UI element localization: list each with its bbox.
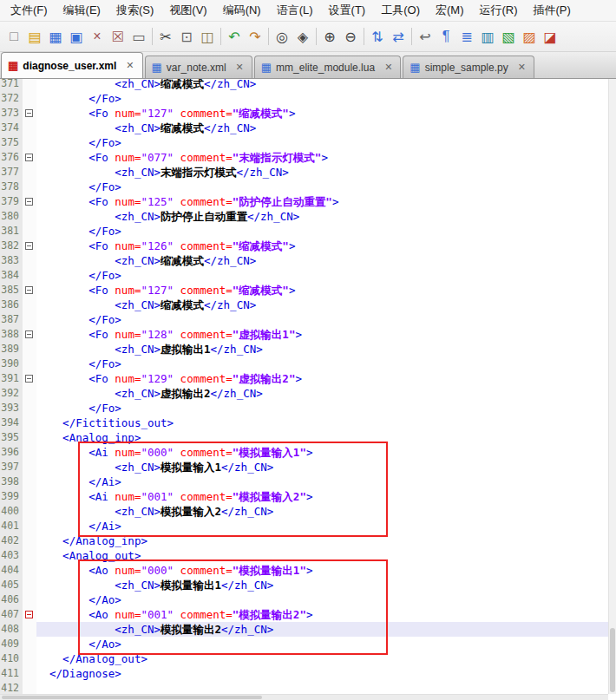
indent-guide-icon[interactable]: ≣ [456, 26, 477, 47]
code-text[interactable]: </Fo> [36, 312, 616, 327]
doc-map-icon[interactable]: ▥ [477, 26, 498, 47]
close-file-icon[interactable]: × [87, 26, 108, 47]
vertical-scrollbar[interactable] [608, 79, 616, 694]
code-text[interactable]: <zh_CN>缩减模式</zh_CN> [36, 298, 616, 312]
menu-item-8[interactable]: 工具(O) [373, 0, 428, 21]
redo-icon[interactable]: ↷ [245, 26, 265, 47]
code-text[interactable]: <Fo num="127" comment="缩减模式"> [36, 283, 616, 298]
sync-horizontal-icon[interactable]: ⇄ [388, 26, 409, 47]
menu-item-7[interactable]: 设置(T) [321, 0, 374, 21]
tab-diagnose-user-xml[interactable]: ▦diagnose_user.xml✕ [1, 52, 143, 78]
fold-collapse-icon[interactable] [25, 154, 33, 161]
function-list-icon[interactable]: ▧ [498, 26, 519, 47]
code-text[interactable]: </Ao> [36, 637, 616, 651]
code-text[interactable]: <zh_CN>末端指示灯模式</zh_CN> [36, 165, 616, 180]
menu-item-2[interactable]: 编辑(E) [56, 0, 108, 21]
zoom-in-icon[interactable]: ⊕ [319, 26, 340, 47]
fold-collapse-icon[interactable] [25, 286, 33, 294]
code-text[interactable]: </Fictitious_out> [36, 415, 616, 430]
code-text[interactable]: <Fo num="125" comment="防护停止自动重置"> [36, 194, 616, 209]
code-text[interactable]: <Ai num="001" comment="模拟量输入2"> [36, 489, 616, 504]
code-text[interactable]: <Ao num="000" comment="模拟量输出1"> [36, 563, 616, 578]
menu-item-5[interactable]: 编码(N) [215, 0, 269, 21]
find-icon[interactable]: ◎ [272, 26, 292, 47]
fold-collapse-icon[interactable] [25, 198, 33, 206]
print-icon[interactable]: ▭ [128, 26, 149, 47]
code-text[interactable]: </Diagnose> [36, 666, 616, 681]
menu-item-6[interactable]: 语言(L) [269, 0, 321, 21]
close-tab-icon[interactable]: ✕ [516, 62, 528, 73]
fold-collapse-icon[interactable] [25, 611, 33, 618]
menu-item-3[interactable]: 搜索(S) [108, 0, 161, 21]
fold-collapse-icon[interactable] [25, 330, 33, 338]
tab-var-note-xml[interactable]: ▦var_note.xml✕ [145, 56, 252, 78]
close-tab-icon[interactable]: ✕ [234, 62, 246, 73]
replace-icon[interactable]: ◈ [292, 26, 313, 47]
code-text[interactable]: </Fo> [36, 401, 616, 415]
horizontal-scrollbar-thumb[interactable] [2, 696, 262, 699]
code-text[interactable]: </Analog_out> [36, 651, 616, 666]
sync-vertical-icon[interactable]: ⇅ [367, 26, 388, 47]
fold-collapse-icon[interactable] [25, 242, 33, 250]
cut-icon[interactable]: ✂ [155, 26, 176, 47]
tab-simple-sample-py[interactable]: ▦simple_sample.py✕ [403, 56, 534, 78]
code-text[interactable]: <zh_CN>缩减模式</zh_CN> [36, 121, 616, 135]
menu-item-10[interactable]: 运行(R) [471, 0, 525, 21]
code-text[interactable]: <Analog_out> [36, 548, 616, 563]
code-text[interactable]: <zh_CN>缩减模式</zh_CN> [36, 253, 616, 268]
code-text[interactable]: </Fo> [36, 135, 616, 150]
code-text[interactable]: <Fo num="077" comment="末端指示灯模式"> [36, 150, 616, 165]
horizontal-scrollbar[interactable] [0, 694, 608, 700]
undo-icon[interactable]: ↶ [224, 26, 245, 47]
code-text[interactable]: <zh_CN>虚拟输出1</zh_CN> [36, 342, 616, 357]
plugin-red-icon[interactable]: ◪ [540, 26, 560, 47]
close-tab-icon[interactable]: ✕ [383, 62, 394, 73]
code-text[interactable]: </Fo> [36, 91, 616, 106]
code-text[interactable]: <Ai num="000" comment="模拟量输入1"> [36, 445, 616, 460]
save-icon[interactable]: ▦ [45, 26, 66, 47]
fold-collapse-icon[interactable] [25, 109, 33, 117]
code-text[interactable]: <zh_CN>缩减模式</zh_CN> [36, 79, 616, 91]
new-file-icon[interactable]: □ [3, 26, 24, 47]
code-text[interactable]: </Analog_inp> [36, 533, 616, 548]
menu-item-9[interactable]: 宏(M) [428, 0, 472, 21]
code-text[interactable]: <zh_CN>防护停止自动重置</zh_CN> [36, 209, 616, 224]
code-line: 409 </Ao> [0, 637, 616, 651]
close-all-icon[interactable]: ☒ [108, 26, 128, 47]
code-text[interactable]: <Analog_inp> [36, 430, 616, 445]
code-text[interactable]: </Fo> [36, 224, 616, 239]
open-folder-icon[interactable]: ▤ [24, 26, 45, 47]
code-text[interactable]: </Fo> [36, 180, 616, 194]
code-text[interactable]: </Fo> [36, 357, 616, 371]
copy-icon[interactable]: ⊡ [176, 26, 197, 47]
code-text[interactable]: <zh_CN>模拟量输出2</zh_CN> [36, 622, 616, 637]
code-text[interactable]: <Fo num="129" comment="虚拟输出2"> [36, 371, 616, 386]
close-tab-icon[interactable]: ✕ [124, 60, 135, 71]
show-all-chars-icon[interactable]: ¶ [436, 26, 456, 47]
plugin-orange-icon[interactable]: ▨ [519, 26, 540, 47]
code-text[interactable]: <Fo num="128" comment="虚拟输出1"> [36, 327, 616, 342]
save-all-icon[interactable]: ▣ [66, 26, 87, 47]
code-text[interactable]: </Fo> [36, 268, 616, 283]
code-text[interactable]: <zh_CN>模拟量输入2</zh_CN> [36, 504, 616, 519]
code-text[interactable]: <zh_CN>模拟量输出1</zh_CN> [36, 578, 616, 592]
zoom-out-icon[interactable]: ⊖ [340, 26, 361, 47]
code-text[interactable]: <zh_CN>模拟量输入1</zh_CN> [36, 460, 616, 474]
menu-item-1[interactable]: 文件(F) [3, 0, 56, 21]
tab-mm-elite-module-lua[interactable]: ▦mm_elite_module.lua✕ [254, 56, 402, 78]
editor[interactable]: 371 <zh_CN>缩减模式</zh_CN>372 </Fo>373 <Fo … [0, 79, 616, 700]
code-text[interactable]: <Fo num="126" comment="缩减模式"> [36, 239, 616, 253]
code-text[interactable]: </Ai> [36, 474, 616, 489]
fold-collapse-icon[interactable] [25, 375, 33, 383]
code-text[interactable]: <zh_CN>虚拟输出2</zh_CN> [36, 386, 616, 401]
menu-item-11[interactable]: 插件(P) [526, 0, 579, 21]
word-wrap-icon[interactable]: ↩ [415, 26, 436, 47]
code-line: 385 <Fo num="127" comment="缩减模式"> [0, 283, 616, 298]
code-text[interactable]: </Ao> [36, 592, 616, 607]
menu-item-4[interactable]: 视图(V) [161, 0, 214, 21]
paste-icon[interactable]: ◫ [197, 26, 218, 47]
code-text[interactable]: <Fo num="127" comment="缩减模式"> [36, 106, 616, 121]
code-text[interactable]: </Ai> [36, 519, 616, 533]
code-text[interactable]: <Ao num="001" comment="模拟量输出2"> [36, 607, 616, 622]
vertical-scrollbar-thumb[interactable] [610, 628, 615, 692]
